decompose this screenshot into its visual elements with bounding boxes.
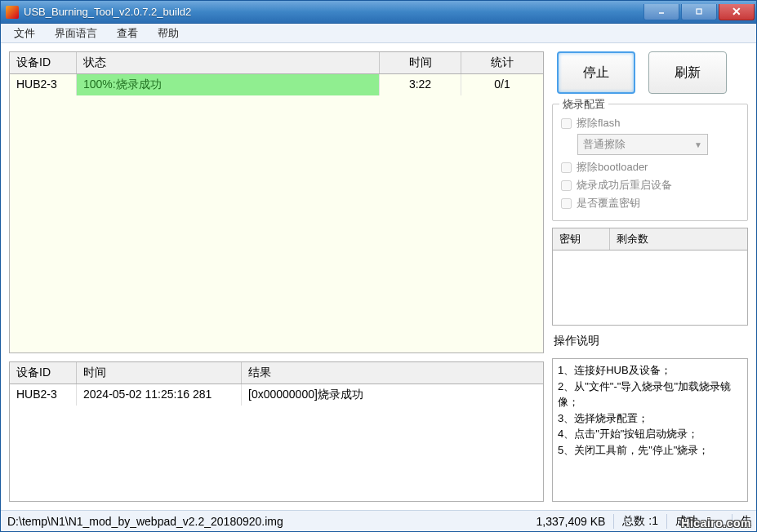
log-grid[interactable]: 设备ID 时间 结果 HUB2-3 2024-05-02 11:25:16 28…: [9, 361, 544, 502]
col-stat[interactable]: 统计: [461, 52, 543, 73]
ops-title: 操作说明: [554, 334, 746, 348]
menubar: 文件 界面语言 查看 帮助: [1, 24, 756, 43]
ops-step-1: 1、连接好HUB及设备；: [558, 362, 742, 379]
erase-bootloader-checkbox[interactable]: [561, 162, 572, 173]
erase-bootloader-label: 擦除bootloader: [577, 160, 648, 175]
status-path: D:\temp\N1\N1_mod_by_webpad_v2.2_2018092…: [1, 515, 499, 528]
menu-language[interactable]: 界面语言: [47, 24, 105, 42]
ops-step-4: 4、点击"开始"按钮启动烧录；: [558, 426, 742, 442]
cell-status: 100%:烧录成功: [77, 74, 380, 95]
col-device-id[interactable]: 设备ID: [10, 52, 77, 73]
close-button[interactable]: ✕: [719, 4, 755, 20]
overwrite-key-label: 是否覆盖密钥: [577, 196, 640, 211]
stop-button[interactable]: 停止: [557, 51, 635, 94]
col-status[interactable]: 状态: [77, 52, 380, 73]
app-icon: [6, 6, 19, 19]
erase-flash-checkbox[interactable]: [561, 118, 572, 129]
titlebar: USB_Burning_Tool_v2.0.7.2_build2 ✕: [1, 1, 756, 24]
ops-instructions: 1、连接好HUB及设备； 2、从"文件"-"导入烧录包"加载烧录镜像； 3、选择…: [552, 358, 748, 502]
erase-flash-label: 擦除flash: [577, 116, 620, 131]
window-title: USB_Burning_Tool_v2.0.7.2_build2: [24, 6, 191, 18]
erase-mode-select[interactable]: 普通擦除 ▼: [577, 134, 708, 155]
status-total-label: 总数 :: [622, 514, 652, 527]
reboot-after-checkbox[interactable]: [561, 180, 572, 191]
status-total-value: 1: [652, 514, 658, 527]
status-total: 总数 :1: [613, 514, 666, 529]
watermark: Hicairo.com: [681, 516, 751, 530]
cell2-time: 2024-05-02 11:25:16 281: [77, 384, 242, 406]
cell-time: 3:22: [380, 74, 461, 95]
reboot-after-label: 烧录成功后重启设备: [577, 178, 672, 193]
burn-config-group: 烧录配置 擦除flash 普通擦除 ▼ 擦除bootloader 烧录成功后重启…: [552, 104, 748, 221]
cell2-result: [0x00000000]烧录成功: [242, 384, 543, 406]
ops-step-2: 2、从"文件"-"导入烧录包"加载烧录镜像；: [558, 379, 742, 410]
table-row[interactable]: HUB2-3 100%:烧录成功 3:22 0/1: [10, 74, 543, 95]
table-row[interactable]: HUB2-3 2024-05-02 11:25:16 281 [0x000000…: [10, 384, 543, 406]
maximize-button[interactable]: [681, 4, 717, 20]
content-area: 设备ID 状态 时间 统计 HUB2-3 100%:烧录成功 3:22 0/1: [1, 43, 756, 510]
minimize-button[interactable]: [643, 4, 679, 20]
col2-result[interactable]: 结果: [242, 362, 543, 383]
col-key[interactable]: 密钥: [553, 228, 610, 250]
burn-config-title: 烧录配置: [559, 97, 608, 112]
menu-view[interactable]: 查看: [109, 24, 146, 42]
device-status-grid[interactable]: 设备ID 状态 时间 统计 HUB2-3 100%:烧录成功 3:22 0/1: [9, 51, 544, 353]
cell-stat: 0/1: [461, 74, 543, 95]
erase-mode-value: 普通擦除: [583, 137, 626, 152]
key-grid[interactable]: 密钥 剩余数: [552, 228, 748, 326]
menu-help[interactable]: 帮助: [149, 24, 187, 42]
col2-device-id[interactable]: 设备ID: [10, 362, 77, 383]
ops-step-3: 3、选择烧录配置；: [558, 410, 742, 427]
ops-step-5: 5、关闭工具前，先"停止"烧录；: [558, 442, 742, 459]
svg-rect-1: [697, 9, 701, 14]
statusbar: D:\temp\N1\N1_mod_by_webpad_v2.2_2018092…: [1, 510, 756, 531]
col-time[interactable]: 时间: [380, 52, 461, 73]
col2-time[interactable]: 时间: [77, 362, 242, 383]
status-size: 1,337,409 KB: [499, 515, 613, 528]
col-remain[interactable]: 剩余数: [610, 228, 747, 250]
refresh-button[interactable]: 刷新: [648, 51, 727, 94]
menu-file[interactable]: 文件: [6, 24, 43, 42]
cell2-device-id: HUB2-3: [10, 384, 77, 406]
overwrite-key-checkbox[interactable]: [561, 198, 572, 209]
chevron-down-icon: ▼: [694, 140, 702, 149]
cell-device-id: HUB2-3: [10, 74, 77, 95]
